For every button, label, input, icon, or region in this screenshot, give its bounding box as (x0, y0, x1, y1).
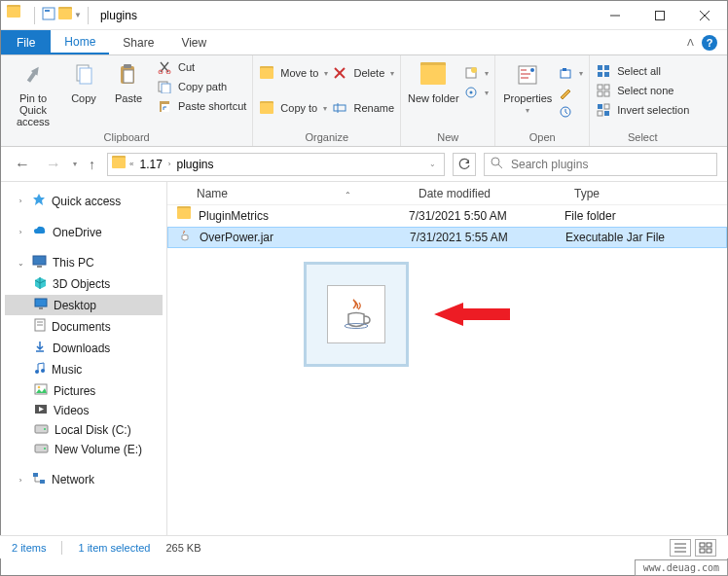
close-button[interactable] (682, 1, 727, 30)
select-none-button[interactable]: Select none (596, 83, 689, 98)
svg-rect-33 (604, 72, 609, 77)
collapse-ribbon-icon[interactable]: ᐱ (687, 37, 694, 48)
chevron-right-icon: › (168, 160, 171, 168)
sidebar-item-documents[interactable]: Documents (5, 315, 163, 338)
svg-rect-28 (563, 68, 566, 71)
sort-caret-icon: ⌃ (345, 191, 351, 199)
edit-button[interactable] (558, 85, 583, 100)
java-icon (178, 230, 194, 245)
sidebar-item-network[interactable]: › Network (5, 469, 163, 490)
folder-icon (112, 158, 126, 171)
sidebar-item-desktop[interactable]: Desktop (5, 295, 163, 315)
svg-rect-61 (33, 473, 38, 477)
copy-to-button[interactable]: Copy to ▾ (259, 100, 328, 116)
sidebar-item-quick-access[interactable]: › Quick access (5, 190, 163, 212)
history-button[interactable] (558, 104, 583, 120)
chevron-right-icon[interactable]: › (15, 228, 26, 236)
chevron-down-icon[interactable]: ⌄ (15, 259, 26, 268)
list-item[interactable]: OverPower.jar 7/31/2021 5:55 AM Executab… (167, 227, 727, 248)
sidebar-item-music[interactable]: Music (5, 359, 163, 380)
copy-label: Copy (71, 92, 96, 104)
chevron-right-icon[interactable]: « (129, 160, 133, 168)
group-label-organize: Organize (259, 129, 394, 146)
svg-rect-34 (598, 85, 602, 90)
drag-preview (304, 262, 409, 367)
address-bar: ← → ▾ ↑ « 1.17 › plugins ⌄ (1, 147, 727, 182)
open-icon (558, 65, 573, 81)
help-icon[interactable]: ? (702, 35, 717, 51)
sidebar-item-videos[interactable]: Videos (5, 401, 163, 420)
invert-selection-button[interactable]: Invert selection (596, 102, 689, 118)
new-folder-icon (418, 59, 449, 90)
qat-properties-icon[interactable] (41, 6, 56, 24)
pin-to-quick-access-button[interactable]: Pin to Quick access (7, 59, 59, 127)
search-input[interactable] (509, 157, 710, 172)
sidebar-item-this-pc[interactable]: ⌄ This PC (5, 252, 163, 273)
paste-shortcut-button[interactable]: Paste shortcut (157, 98, 246, 114)
breadcrumb-current[interactable]: plugins (174, 158, 215, 171)
list-item[interactable]: PluginMetrics 7/31/2021 5:50 AM File fol… (167, 205, 727, 227)
search-icon (491, 157, 503, 172)
svg-rect-7 (80, 68, 91, 84)
back-button[interactable]: ← (11, 156, 34, 173)
tab-share[interactable]: Share (109, 30, 167, 54)
paste-label: Paste (115, 92, 142, 104)
pin-label: Pin to Quick access (7, 92, 59, 127)
svg-rect-40 (598, 111, 602, 116)
column-header-name[interactable]: Name⌃ (167, 187, 409, 200)
downloads-icon (34, 341, 47, 356)
sidebar-item-pictures[interactable]: Pictures (5, 380, 163, 401)
sidebar-item-onedrive[interactable]: › OneDrive (5, 222, 163, 242)
svg-rect-69 (700, 549, 705, 553)
open-button[interactable]: ▾ (558, 65, 583, 81)
cut-button[interactable]: Cut (157, 59, 246, 75)
copy-button[interactable]: Copy (63, 59, 104, 104)
paste-button[interactable]: Paste (108, 59, 149, 104)
music-icon (34, 362, 46, 378)
maximize-button[interactable] (637, 1, 682, 30)
main-area: › Quick access › OneDrive ⌄ This PC 3D O… (1, 182, 727, 552)
breadcrumb[interactable]: « 1.17 › plugins ⌄ (107, 153, 445, 176)
breadcrumb-dropdown-icon[interactable]: ⌄ (429, 160, 436, 168)
new-item-button[interactable]: ▾ (463, 65, 489, 81)
column-header-date[interactable]: Date modified (409, 187, 564, 200)
folder-icon (7, 7, 24, 24)
sidebar-item-3d-objects[interactable]: 3D Objects (5, 273, 163, 295)
easy-access-button[interactable]: ▾ (463, 85, 489, 100)
qat-new-folder-icon[interactable] (58, 9, 72, 22)
column-header-type[interactable]: Type (564, 187, 701, 200)
view-details-button[interactable] (670, 539, 691, 557)
sidebar-item-new-volume[interactable]: New Volume (E:) (5, 440, 163, 459)
properties-button[interactable]: Properties ▾ (501, 59, 554, 115)
chevron-right-icon[interactable]: › (15, 476, 26, 485)
delete-button[interactable]: Delete ▾ (332, 65, 394, 81)
group-label-new: New (407, 129, 489, 146)
new-folder-button[interactable]: New folder (407, 59, 459, 104)
up-button[interactable]: ↑ (85, 157, 99, 172)
chevron-right-icon[interactable]: › (15, 197, 26, 205)
move-to-button[interactable]: Move to ▾ (259, 65, 328, 81)
tab-home[interactable]: Home (51, 30, 109, 54)
refresh-button[interactable] (453, 153, 476, 176)
window-title: plugins (100, 9, 137, 22)
sidebar-item-local-disk-c[interactable]: Local Disk (C:) (5, 420, 163, 440)
minimize-button[interactable] (593, 1, 637, 30)
search-box[interactable] (484, 153, 717, 176)
select-all-button[interactable]: Select all (596, 63, 689, 79)
tab-file[interactable]: File (1, 30, 51, 54)
view-large-icons-button[interactable] (695, 539, 716, 557)
svg-rect-68 (707, 543, 711, 547)
svg-rect-67 (700, 543, 705, 547)
rename-button[interactable]: Rename (332, 100, 394, 116)
copy-icon (68, 59, 99, 90)
tab-view[interactable]: View (167, 30, 220, 54)
copy-path-button[interactable]: Copy path (157, 79, 246, 94)
history-dropdown-icon[interactable]: ▾ (73, 160, 77, 168)
group-label-open: Open (501, 129, 583, 146)
svg-rect-1 (45, 10, 50, 12)
sidebar-item-downloads[interactable]: Downloads (5, 338, 163, 359)
forward-button[interactable]: → (42, 156, 65, 173)
new-folder-label: New folder (408, 92, 459, 104)
breadcrumb-parent[interactable]: 1.17 (137, 158, 164, 171)
qat-dropdown-icon[interactable]: ▼ (74, 11, 82, 19)
